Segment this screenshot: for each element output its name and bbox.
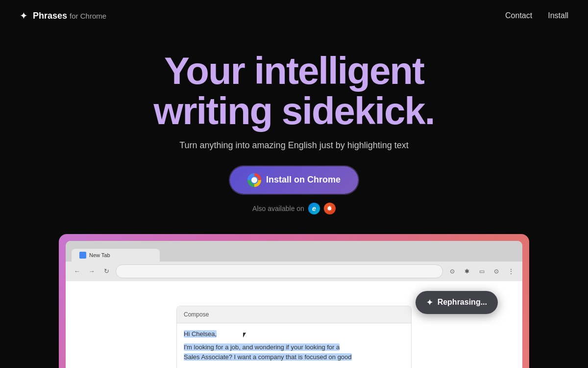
browser-action-buttons: ⊙ ✱ ▭ ⊙ ⋮ <box>447 266 516 277</box>
hero-subtitle: Turn anything into amazing English just … <box>10 140 578 151</box>
logo-brand: Phrases for Chrome <box>33 11 106 21</box>
browser-content: Compose Hi Chelsea, I'm looking for a jo… <box>66 281 522 368</box>
navbar: ✦ Phrases for Chrome Contact Install <box>0 0 588 31</box>
browser-outer-frame: New Tab ← → ↻ ⊙ ✱ ▭ ⊙ ⋮ <box>59 234 529 368</box>
forward-button[interactable]: → <box>86 266 97 277</box>
cta-label: Install on Chrome <box>266 175 341 185</box>
extensions-icon[interactable]: ⊙ <box>447 266 458 277</box>
install-chrome-button[interactable]: Install on Chrome <box>230 166 358 194</box>
nav-links: Contact Install <box>505 11 568 20</box>
window-icon[interactable]: ▭ <box>476 266 487 277</box>
puzzle-icon[interactable]: ✱ <box>462 266 472 277</box>
edge-icon <box>308 203 320 214</box>
logo-sub: for Chrome <box>70 12 106 20</box>
rephrasing-star-icon: ✦ <box>426 298 433 307</box>
tab-favicon <box>79 252 86 259</box>
tab-label: New Tab <box>89 252 110 258</box>
browser-tab-bar: New Tab <box>66 241 522 262</box>
rephrasing-label: Rephrasing... <box>438 298 487 307</box>
browser-toolbar: ← → ↻ ⊙ ✱ ▭ ⊙ ⋮ <box>66 262 522 281</box>
address-bar[interactable] <box>116 264 443 278</box>
profile-icon[interactable]: ⊙ <box>491 266 502 277</box>
browser-tab[interactable]: New Tab <box>72 249 160 262</box>
email-greeting: Hi Chelsea, <box>184 329 404 340</box>
email-body-text: I'm looking for a job, and wondering if … <box>184 342 404 363</box>
contact-link[interactable]: Contact <box>505 11 532 20</box>
logo: ✦ Phrases for Chrome <box>20 10 106 22</box>
email-compose-body[interactable]: Hi Chelsea, I'm looking for a job, and w… <box>177 323 411 368</box>
email-compose-header: Compose <box>177 306 411 323</box>
install-link[interactable]: Install <box>548 11 568 20</box>
browser-mockup-section: New Tab ← → ↻ ⊙ ✱ ▭ ⊙ ⋮ <box>59 234 529 368</box>
rephrasing-popup: ✦ Rephrasing... <box>416 291 498 314</box>
brave-icon <box>324 203 336 214</box>
hero-title: Your intelligent writing sidekick. <box>10 51 578 131</box>
chrome-icon <box>247 173 261 187</box>
back-button[interactable]: ← <box>72 266 82 277</box>
menu-icon[interactable]: ⋮ <box>506 266 516 277</box>
email-compose-area: Compose Hi Chelsea, I'm looking for a jo… <box>176 306 412 368</box>
also-available-row: Also available on <box>10 203 578 214</box>
mouse-cursor <box>243 333 249 342</box>
refresh-button[interactable]: ↻ <box>101 266 112 277</box>
browser-chrome-ui: New Tab ← → ↻ ⊙ ✱ ▭ ⊙ ⋮ <box>66 241 522 368</box>
also-available-text: Also available on <box>252 205 304 212</box>
hero-section: Your intelligent writing sidekick. Turn … <box>0 31 588 229</box>
logo-star-icon: ✦ <box>20 10 28 22</box>
